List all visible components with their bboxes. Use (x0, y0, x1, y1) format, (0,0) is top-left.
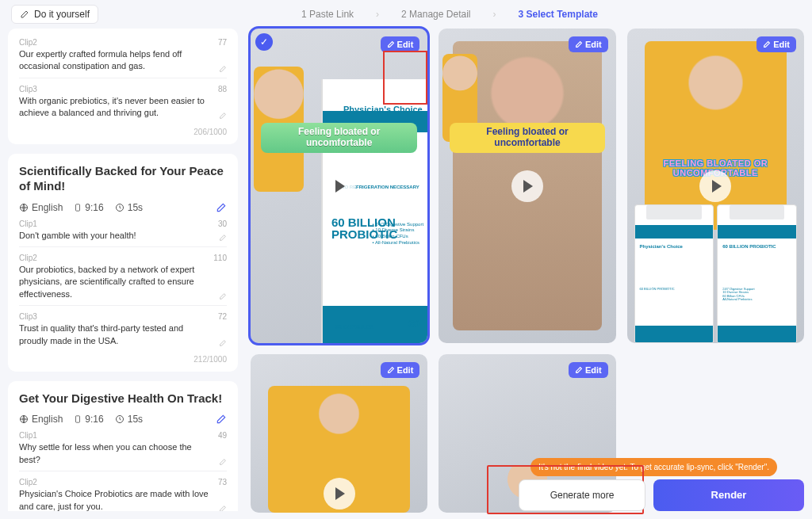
duration-meta: 15s (115, 414, 143, 425)
edit-icon (20, 10, 29, 19)
diy-label: Do it yourself (34, 9, 90, 20)
product-bullets: • 24/7 Digestive Support• 10 Diverse Str… (373, 222, 423, 246)
template-gallery: ✓ Edit Physician's Choice NO REFRIGERATI… (251, 29, 804, 511)
clip-text: Trust in quality that's third-party test… (19, 322, 213, 347)
thirty-badge: 30 (408, 319, 419, 330)
script-card: Scientifically Backed for Your Peace of … (8, 154, 238, 372)
globe-icon (19, 414, 29, 424)
render-button[interactable]: Render (653, 479, 804, 511)
clip-text: Don't gamble with your health! (19, 230, 213, 242)
edit-meta-icon[interactable] (216, 202, 227, 213)
step-1[interactable]: 1 Paste Link (301, 9, 354, 20)
clip-count: 49 (218, 431, 227, 440)
template-card-1[interactable]: ✓ Edit Physician's Choice NO REFRIGERATI… (251, 29, 427, 343)
edit-icon (387, 366, 395, 374)
globe-icon (19, 203, 29, 212)
clip-label: Clip1 (19, 431, 37, 440)
play-icon[interactable] (699, 170, 731, 202)
video-caption: Feeling bloated or uncomfortable (450, 123, 606, 153)
clip-count: 30 (218, 219, 227, 228)
step-3[interactable]: 3 Select Template (518, 9, 598, 20)
step-2[interactable]: 2 Manage Detail (401, 9, 470, 20)
clip-row[interactable]: Clip273 Physician's Choice Probiotics ar… (19, 478, 227, 511)
language-meta: English (19, 202, 63, 213)
language-meta: English (19, 414, 63, 425)
video-caption: Feeling bloated or uncomfortable (261, 123, 417, 153)
edit-meta-icon[interactable] (216, 414, 227, 425)
template-card-3[interactable]: Edit FEELING BLOATED OR UNCOMFORTABLE Ph… (627, 29, 804, 343)
clip-count: 88 (218, 85, 227, 93)
script-card: Clip277 Our expertly crafted formula hel… (8, 29, 238, 144)
play-icon[interactable] (324, 170, 355, 202)
pencil-icon[interactable] (219, 112, 227, 120)
clip-count: 72 (218, 312, 227, 321)
edit-template-button[interactable]: Edit (756, 36, 796, 52)
pencil-icon[interactable] (219, 339, 227, 347)
clip-text: Physician's Choice Probiotics are made w… (19, 488, 213, 511)
clip-count: 110 (213, 254, 227, 262)
brand-logo: Physician's Choice (343, 105, 423, 114)
pencil-icon[interactable] (219, 458, 227, 466)
clock-icon (115, 414, 124, 424)
clip-label: Clip2 (19, 254, 37, 262)
char-counter: 212/1000 (19, 355, 227, 364)
clip-text: Why settle for less when you can choose … (19, 441, 213, 466)
clip-count: 77 (218, 38, 227, 47)
template-card-2[interactable]: Edit Feeling bloated or uncomfortable (439, 29, 615, 343)
clip-row[interactable]: Clip2110 Our probiotics, backed by a net… (19, 254, 227, 306)
edit-template-button[interactable]: Edit (569, 36, 608, 52)
edit-icon (387, 40, 395, 48)
capsule-count: 30 CAPSULES (335, 324, 373, 330)
clip-text: Our expertly crafted formula helps fend … (19, 48, 213, 73)
check-icon: ✓ (255, 33, 273, 51)
product-box: Physician's Choice NO REFRIGERATION NECE… (321, 79, 427, 344)
clip-count: 73 (218, 478, 227, 487)
render-tip-tooltip: It's not the final video yet. To get acc… (530, 458, 777, 476)
edit-icon (575, 366, 583, 374)
chevron-right-icon: › (376, 9, 379, 20)
svg-rect-1 (76, 204, 80, 210)
clip-label: Clip2 (19, 38, 37, 47)
step-nav: 1 Paste Link › 2 Manage Detail › 3 Selec… (98, 9, 801, 20)
generate-more-button[interactable]: Generate more (519, 479, 645, 511)
script-panel: Clip277 Our expertly crafted formula hel… (8, 29, 238, 511)
char-counter: 206/1000 (19, 128, 227, 136)
product-bottles: Physician's Choice60 BILLION PROBIOTIC 6… (634, 204, 797, 343)
card-title: Scientifically Backed for Your Peace of … (19, 163, 227, 194)
clip-label: Clip2 (19, 478, 37, 487)
edit-template-button[interactable]: Edit (381, 362, 420, 378)
svg-rect-4 (76, 416, 80, 422)
clip-text: With organic prebiotics, it's never been… (19, 95, 213, 120)
clip-row[interactable]: Clip149 Why settle for less when you can… (19, 431, 227, 471)
phone-icon (74, 414, 82, 425)
edit-template-button[interactable]: Edit (569, 362, 608, 378)
pencil-icon[interactable] (219, 65, 227, 73)
clip-row[interactable]: Clip130 Don't gamble with your health! (19, 219, 227, 247)
edit-icon (575, 40, 583, 48)
do-it-yourself-button[interactable]: Do it yourself (11, 5, 98, 24)
clip-label: Clip1 (19, 219, 37, 228)
edit-template-button[interactable]: Edit (381, 36, 420, 52)
script-card: Get Your Digestive Health On Track! Engl… (8, 381, 238, 511)
pencil-icon[interactable] (219, 234, 227, 242)
clip-row[interactable]: Clip277 Our expertly crafted formula hel… (19, 38, 227, 78)
chevron-right-icon: › (492, 9, 496, 20)
clip-label: Clip3 (19, 85, 37, 93)
aspect-meta: 9:16 (74, 202, 103, 213)
edit-icon (763, 40, 771, 48)
duration-meta: 15s (115, 202, 143, 213)
play-icon[interactable] (511, 170, 543, 202)
clip-row[interactable]: Clip388 With organic prebiotics, it's ne… (19, 85, 227, 124)
clip-row[interactable]: Clip372 Trust in quality that's third-pa… (19, 312, 227, 352)
pencil-icon[interactable] (219, 292, 227, 300)
aspect-meta: 9:16 (74, 414, 103, 425)
clock-icon (115, 203, 124, 212)
clip-label: Clip3 (19, 312, 37, 321)
pencil-icon[interactable] (219, 505, 227, 511)
card-title: Get Your Digestive Health On Track! (19, 391, 227, 406)
clip-text: Our probiotics, backed by a network of e… (19, 264, 213, 300)
phone-icon (74, 202, 82, 213)
